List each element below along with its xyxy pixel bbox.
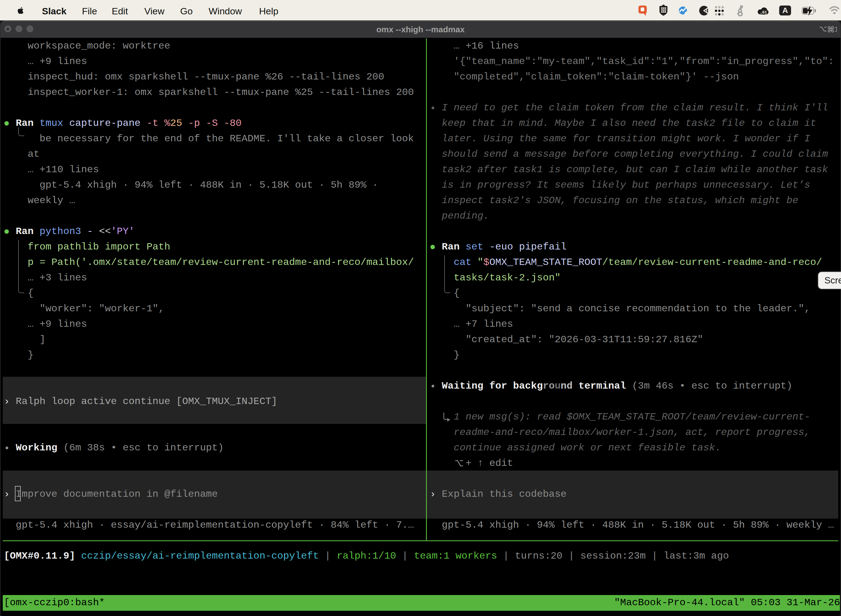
svg-text:1: 1 xyxy=(834,25,837,34)
svg-text:..61: ..61 xyxy=(760,10,767,14)
